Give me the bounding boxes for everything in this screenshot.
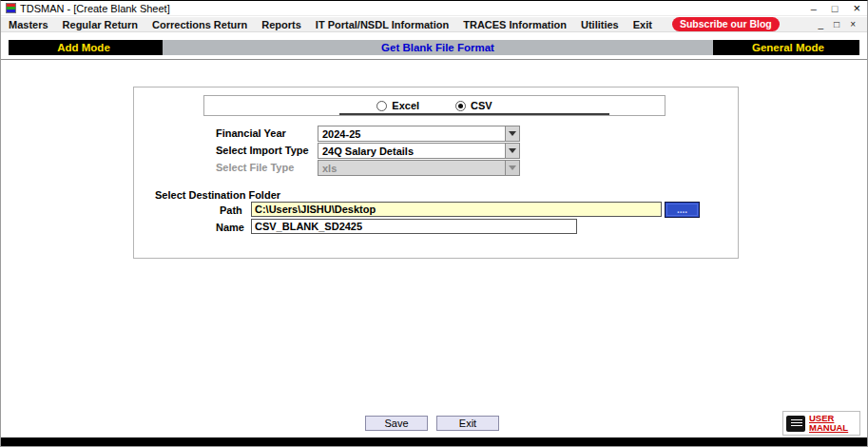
chevron-down-icon xyxy=(505,161,519,175)
import-type-select[interactable]: 24Q Salary Details xyxy=(318,143,520,159)
chevron-down-icon xyxy=(505,144,519,158)
file-type-label: Select File Type xyxy=(216,162,294,173)
window-title: TDSMAN - [Create Blank Sheet] xyxy=(20,3,170,14)
subscribe-blog-button[interactable]: Subscribe our Blog xyxy=(672,17,780,31)
close-icon[interactable]: × xyxy=(853,2,860,15)
header-divider xyxy=(1,59,867,62)
financial-year-label: Financial Year xyxy=(216,127,286,139)
page-title: Get Blank File Format xyxy=(163,40,713,55)
chevron-down-icon xyxy=(505,126,519,141)
import-type-value: 24Q Salary Details xyxy=(318,146,505,157)
file-type-value: xls xyxy=(318,163,505,174)
browse-button[interactable]: .... xyxy=(665,202,700,218)
mdi-restore-icon[interactable]: □ xyxy=(834,19,839,29)
book-icon xyxy=(786,416,805,432)
menu-item-utilities[interactable]: Utilities xyxy=(581,19,619,30)
add-mode-label: Add Mode xyxy=(9,40,159,55)
mdi-minimize-icon[interactable]: _ xyxy=(819,19,824,29)
financial-year-value: 2024-25 xyxy=(318,128,505,140)
excel-radio-icon xyxy=(376,101,387,111)
mode-header-bar: Add Mode Get Blank File Format General M… xyxy=(9,40,859,55)
financial-year-select[interactable]: 2024-25 xyxy=(318,126,520,142)
excel-radio-label: Excel xyxy=(392,100,419,111)
menu-item-exit[interactable]: Exit xyxy=(633,19,652,30)
menu-item-traces-information[interactable]: TRACES Information xyxy=(463,19,567,30)
title-bar: TDSMAN - [Create Blank Sheet] – □ × xyxy=(1,1,867,16)
destination-folder-label: Select Destination Folder xyxy=(155,189,280,201)
menu-item-it-portal-nsdl[interactable]: IT Portal/NSDL Information xyxy=(316,19,449,30)
blank-file-form-panel: Excel CSV Financial Year 2024-25 Select … xyxy=(133,87,739,259)
path-input[interactable] xyxy=(251,202,662,217)
status-bar xyxy=(1,437,867,446)
csv-radio-icon xyxy=(455,101,466,111)
app-window: TDSMAN - [Create Blank Sheet] – □ × Mast… xyxy=(0,0,868,447)
user-manual-line2: MANUAL xyxy=(809,423,848,433)
exit-button[interactable]: Exit xyxy=(436,416,499,431)
csv-radio-label: CSV xyxy=(471,100,492,111)
mdi-close-icon[interactable]: × xyxy=(850,19,856,29)
user-manual-button[interactable]: USER MANUAL xyxy=(782,411,860,436)
minimize-icon[interactable]: – xyxy=(811,2,817,15)
path-label: Path xyxy=(220,204,242,216)
file-format-radio-group: Excel CSV xyxy=(203,95,665,116)
csv-radio[interactable]: CSV xyxy=(455,100,492,111)
file-type-select: xls xyxy=(318,160,520,176)
name-label: Name xyxy=(216,222,244,233)
general-mode-label: General Mode xyxy=(717,40,859,55)
save-button[interactable]: Save xyxy=(365,416,428,431)
name-input[interactable] xyxy=(251,219,577,234)
restore-icon[interactable]: □ xyxy=(832,2,839,15)
window-controls: – □ × xyxy=(811,2,862,15)
excel-radio[interactable]: Excel xyxy=(376,100,419,111)
menu-bar: Masters Regular Return Corrections Retur… xyxy=(1,17,867,32)
menu-item-corrections-return[interactable]: Corrections Return xyxy=(152,19,247,30)
import-type-label: Select Import Type xyxy=(216,145,309,156)
menu-item-regular-return[interactable]: Regular Return xyxy=(63,19,138,30)
menu-item-masters[interactable]: Masters xyxy=(9,19,48,30)
mdi-window-controls: _ □ × xyxy=(819,19,859,29)
user-manual-label: USER MANUAL xyxy=(809,414,848,433)
radio-underline xyxy=(339,113,609,115)
app-icon xyxy=(6,3,16,13)
menu-item-reports[interactable]: Reports xyxy=(261,19,301,30)
